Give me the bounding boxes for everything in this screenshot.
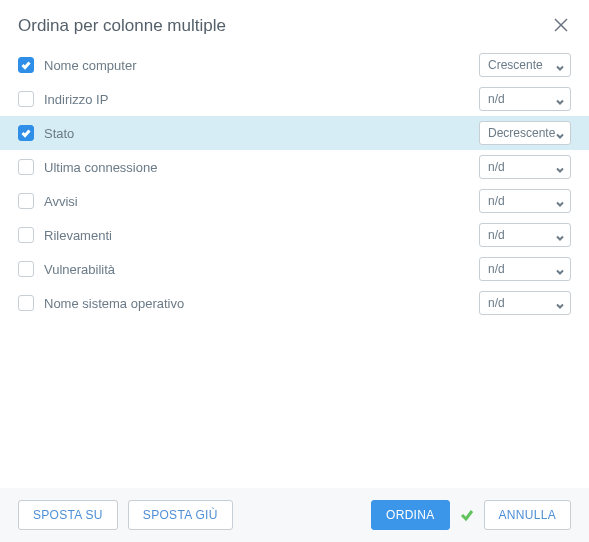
column-label: Nome sistema operativo <box>44 296 469 311</box>
column-label: Stato <box>44 126 469 141</box>
select-value: n/d <box>488 228 505 242</box>
select-value: n/d <box>488 160 505 174</box>
chevron-down-icon <box>556 95 564 103</box>
column-label: Rilevamenti <box>44 228 469 243</box>
move-up-button[interactable]: SPOSTA SU <box>18 500 118 530</box>
select-value: Crescente <box>488 58 543 72</box>
move-down-button[interactable]: SPOSTA GIÙ <box>128 500 233 530</box>
select-value: n/d <box>488 262 505 276</box>
column-row[interactable]: Indirizzo IPn/d <box>0 82 589 116</box>
sort-direction-select[interactable]: n/d <box>479 155 571 179</box>
column-checkbox[interactable] <box>18 91 34 107</box>
select-value: n/d <box>488 296 505 310</box>
column-row[interactable]: Vulnerabilitàn/d <box>0 252 589 286</box>
column-checkbox[interactable] <box>18 125 34 141</box>
columns-list: Nome computerCrescenteIndirizzo IPn/dSta… <box>0 44 589 488</box>
chevron-down-icon <box>556 163 564 171</box>
dialog-footer: SPOSTA SU SPOSTA GIÙ ORDINA ANNULLA <box>0 488 589 542</box>
column-checkbox[interactable] <box>18 193 34 209</box>
sort-direction-select[interactable]: n/d <box>479 223 571 247</box>
close-button[interactable] <box>551 16 571 36</box>
chevron-down-icon <box>556 61 564 69</box>
sort-button[interactable]: ORDINA <box>371 500 449 530</box>
dialog-title: Ordina per colonne multiple <box>18 16 226 36</box>
column-row[interactable]: Nome sistema operativon/d <box>0 286 589 320</box>
column-checkbox[interactable] <box>18 57 34 73</box>
column-row[interactable]: Ultima connessionen/d <box>0 150 589 184</box>
sort-direction-select[interactable]: Decrescente <box>479 121 571 145</box>
sort-direction-select[interactable]: n/d <box>479 257 571 281</box>
sort-direction-select[interactable]: Crescente <box>479 53 571 77</box>
column-row[interactable]: Rilevamentin/d <box>0 218 589 252</box>
select-value: n/d <box>488 194 505 208</box>
success-check-icon <box>460 508 474 522</box>
chevron-down-icon <box>556 197 564 205</box>
close-icon <box>554 18 568 35</box>
column-checkbox[interactable] <box>18 261 34 277</box>
sort-direction-select[interactable]: n/d <box>479 189 571 213</box>
column-label: Indirizzo IP <box>44 92 469 107</box>
sort-direction-select[interactable]: n/d <box>479 291 571 315</box>
cancel-button[interactable]: ANNULLA <box>484 500 571 530</box>
select-value: Decrescente <box>488 126 555 140</box>
column-row[interactable]: Nome computerCrescente <box>0 48 589 82</box>
dialog-header: Ordina per colonne multiple <box>0 0 589 44</box>
column-checkbox[interactable] <box>18 295 34 311</box>
column-checkbox[interactable] <box>18 227 34 243</box>
column-label: Ultima connessione <box>44 160 469 175</box>
column-label: Vulnerabilità <box>44 262 469 277</box>
chevron-down-icon <box>556 265 564 273</box>
column-label: Nome computer <box>44 58 469 73</box>
column-row[interactable]: Avvisin/d <box>0 184 589 218</box>
sort-direction-select[interactable]: n/d <box>479 87 571 111</box>
chevron-down-icon <box>556 231 564 239</box>
chevron-down-icon <box>556 299 564 307</box>
sort-columns-dialog: Ordina per colonne multiple Nome compute… <box>0 0 589 542</box>
column-label: Avvisi <box>44 194 469 209</box>
chevron-down-icon <box>556 129 564 137</box>
select-value: n/d <box>488 92 505 106</box>
column-row[interactable]: StatoDecrescente <box>0 116 589 150</box>
column-checkbox[interactable] <box>18 159 34 175</box>
